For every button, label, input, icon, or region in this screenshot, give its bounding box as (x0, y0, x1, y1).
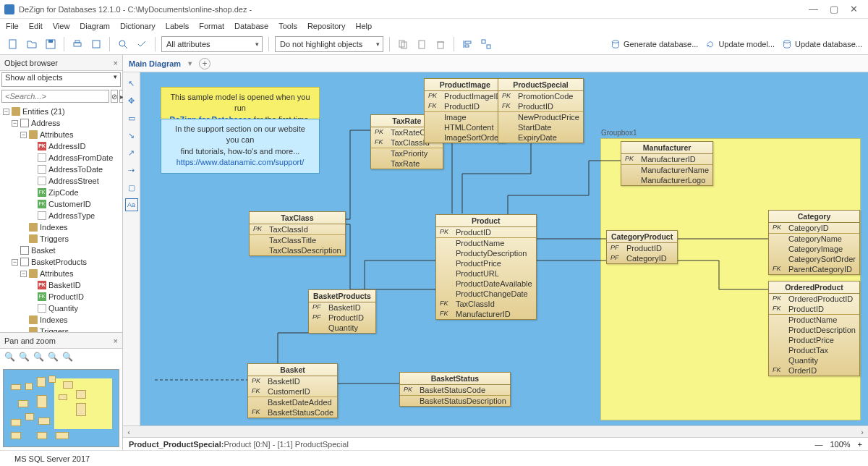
find-button[interactable] (116, 37, 130, 51)
object-tree[interactable]: −Entities (21)−Address−AttributesPKAddre… (0, 104, 122, 332)
tree-node[interactable]: PKBasketID (3, 279, 119, 291)
window-title: DeZign for Databases 12.1.0 - C:\MyDocum… (19, 5, 252, 14)
print-button[interactable] (70, 37, 85, 51)
tree-node[interactable]: Triggers (3, 233, 119, 245)
menubar: FileEditViewDiagramDictionaryLabelsForma… (0, 19, 868, 33)
entity-basketproducts[interactable]: BasketProductsPFBasketIDPFProductIDQuant… (308, 289, 376, 334)
tree-node[interactable]: Basket (3, 245, 119, 256)
scroll-right-icon[interactable]: › (856, 428, 868, 436)
copy-button[interactable] (396, 37, 410, 51)
diagram-canvas[interactable]: Groupbox1 This sample model is opened wh… (140, 72, 868, 425)
panzoom-preview[interactable] (3, 369, 119, 447)
attributes-select[interactable]: All attributes (161, 36, 263, 52)
menu-help[interactable]: Help (355, 22, 372, 30)
paste-button[interactable] (414, 37, 429, 51)
tree-node[interactable]: Indexes (3, 314, 119, 326)
entity-row: ProductChangeDate (436, 289, 536, 299)
tree-node[interactable]: Indexes (3, 221, 119, 233)
align-button[interactable] (460, 37, 475, 51)
rel2-tool[interactable]: ↗ (125, 146, 138, 159)
scroll-left-icon[interactable]: ‹ (123, 428, 135, 436)
tree-node[interactable]: −Address (3, 117, 119, 129)
tree-node[interactable]: AddressFromDate (3, 152, 119, 164)
menu-file[interactable]: File (6, 22, 19, 30)
menu-dictionary[interactable]: Dictionary (120, 22, 156, 30)
object-search-input[interactable] (1, 90, 109, 103)
verify-button[interactable] (135, 37, 149, 51)
tree-root[interactable]: −Entities (21) (3, 106, 119, 117)
text-tool[interactable]: Aa (125, 198, 138, 211)
update-database-link[interactable]: Update database... (782, 39, 862, 49)
tree-node[interactable]: PKAddressID (3, 140, 119, 152)
entity-basketstatus[interactable]: BasketStatusPKBasketStatusCodeBasketStat… (399, 372, 511, 407)
entity-basket[interactable]: BasketPKBasketIDFKCustomerIDBasketDateAd… (247, 363, 338, 418)
zoom-100-icon[interactable]: 🔍 (48, 352, 59, 363)
h-scrollbar[interactable]: ‹ › (123, 425, 868, 437)
zoom-in-icon[interactable]: 🔍 (4, 352, 16, 363)
rel3-tool[interactable]: ⇢ (125, 164, 138, 177)
open-button[interactable] (25, 37, 39, 51)
tree-node[interactable]: AddressStreet (3, 175, 119, 187)
close-button[interactable]: ✕ (850, 4, 858, 14)
entity-orderedproduct[interactable]: OrderedProductPKOrderedProductIDFKProduc… (768, 281, 860, 376)
layout-button[interactable] (479, 37, 493, 51)
menu-edit[interactable]: Edit (29, 22, 43, 30)
print-preview-button[interactable] (89, 37, 103, 51)
entity-title: BasketStatus (400, 373, 510, 385)
panzoom-close[interactable]: × (114, 336, 118, 345)
object-filter-select[interactable]: Show all objects (1, 72, 121, 87)
minimize-button[interactable]: — (809, 4, 818, 14)
entity-category[interactable]: CategoryPKCategoryIDCategoryNameCategory… (768, 210, 860, 275)
object-browser-close[interactable]: × (114, 59, 118, 67)
move-tool[interactable]: ✥ (125, 94, 138, 107)
new-button[interactable] (6, 37, 20, 51)
menu-diagram[interactable]: Diagram (80, 22, 110, 30)
zoom-region-icon[interactable]: 🔍 (62, 352, 74, 363)
save-button[interactable] (43, 37, 58, 51)
tree-node[interactable]: AddressType (3, 210, 119, 221)
menu-view[interactable]: View (53, 22, 70, 30)
menu-database[interactable]: Database (234, 22, 268, 30)
menu-labels[interactable]: Labels (166, 22, 189, 30)
menu-format[interactable]: Format (199, 22, 224, 30)
pointer-tool[interactable]: ↖ (125, 77, 138, 90)
tree-node[interactable]: Triggers (3, 326, 119, 332)
zoom-plus[interactable]: + (858, 440, 862, 449)
zoom-minus[interactable]: — (814, 440, 822, 449)
menu-tools[interactable]: Tools (278, 22, 297, 30)
note-tool[interactable]: ▢ (125, 181, 138, 194)
menu-repository[interactable]: Repository (307, 22, 346, 30)
entity-product[interactable]: ProductPKProductIDProductNameProductyDes… (435, 214, 537, 320)
tab-main-diagram[interactable]: Main Diagram (129, 59, 181, 68)
search-clear-button[interactable]: ⊘ (111, 90, 118, 103)
tree-node[interactable]: FKProductID (3, 291, 119, 302)
zoom-out-icon[interactable]: 🔍 (19, 352, 30, 363)
tree-node[interactable]: −Attributes (3, 129, 119, 140)
zoom-fit-icon[interactable]: 🔍 (33, 352, 45, 363)
delete-button[interactable] (433, 37, 448, 51)
note-support[interactable]: In the support section on our website yo… (161, 119, 320, 174)
entity-tool[interactable]: ▭ (125, 111, 138, 124)
tree-node[interactable]: Quantity (3, 302, 119, 314)
entity-row: Image (425, 111, 505, 122)
panzoom-header: Pan and zoom × (0, 333, 122, 349)
tab-dropdown-icon[interactable]: ▼ (187, 60, 193, 67)
tree-node[interactable]: −Attributes (3, 268, 119, 279)
tree-node[interactable]: FKCustomerID (3, 198, 119, 210)
entity-productspecial[interactable]: ProductSpecialPKPromotionCodeFKProductID… (498, 78, 584, 143)
entity-productimage[interactable]: ProductImagePKProductImageIDFKProductIDI… (424, 78, 506, 143)
entity-manufacturer[interactable]: ManufacturerPKManufacturerIDManufacturer… (621, 141, 713, 186)
tree-node[interactable]: FKZipCode (3, 187, 119, 198)
entity-taxclass[interactable]: TaxClassPKTaxClassIdTaxClassTitleTaxClas… (249, 211, 346, 256)
support-link[interactable]: https://www.datanamic.com/support/ (176, 158, 305, 166)
entity-row: BasketDateAdded (248, 397, 337, 407)
maximize-button[interactable]: ▢ (830, 4, 838, 14)
entity-categoryproduct[interactable]: CategoryProductPFProductIDPFCategoryID (606, 230, 678, 264)
rel1-tool[interactable]: ↘ (125, 129, 138, 142)
tree-node[interactable]: −BasketProducts (3, 256, 119, 268)
tree-node[interactable]: AddressToDate (3, 164, 119, 175)
update-model-link[interactable]: Update model... (705, 39, 775, 49)
add-diagram-button[interactable]: + (199, 58, 210, 69)
highlight-select[interactable]: Do not highlight objects (275, 36, 383, 52)
generate-database-link[interactable]: Generate database... (610, 39, 698, 49)
